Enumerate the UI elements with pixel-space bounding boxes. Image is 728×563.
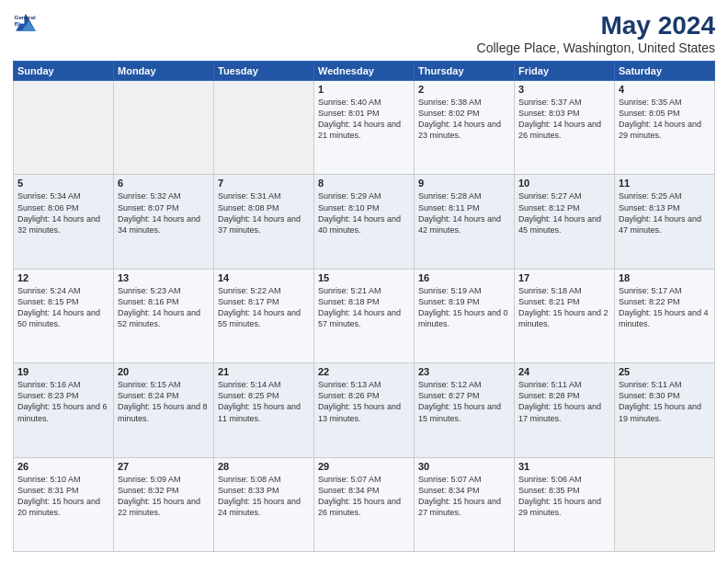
calendar-table: Sunday Monday Tuesday Wednesday Thursday… (13, 61, 715, 552)
day-number: 31 (518, 461, 610, 472)
table-row: 13Sunrise: 5:23 AM Sunset: 8:16 PM Dayli… (114, 269, 214, 362)
day-number: 22 (318, 366, 410, 377)
table-row: 15Sunrise: 5:21 AM Sunset: 8:18 PM Dayli… (314, 269, 415, 362)
page: General Blue May 2024 College Place, Was… (0, 0, 728, 563)
cell-daylight-text: Sunrise: 5:37 AM Sunset: 8:03 PM Dayligh… (518, 97, 610, 142)
table-row (214, 81, 314, 175)
svg-text:General: General (15, 14, 36, 20)
table-row: 3Sunrise: 5:37 AM Sunset: 8:03 PM Daylig… (515, 81, 615, 175)
cell-daylight-text: Sunrise: 5:27 AM Sunset: 8:12 PM Dayligh… (518, 190, 610, 236)
table-row (14, 81, 114, 175)
calendar-week-row: 1Sunrise: 5:40 AM Sunset: 8:01 PM Daylig… (14, 81, 715, 175)
table-row: 23Sunrise: 5:12 AM Sunset: 8:27 PM Dayli… (415, 363, 515, 457)
table-row: 12Sunrise: 5:24 AM Sunset: 8:15 PM Dayli… (14, 269, 114, 362)
table-row: 19Sunrise: 5:16 AM Sunset: 8:23 PM Dayli… (14, 363, 114, 457)
cell-daylight-text: Sunrise: 5:09 AM Sunset: 8:32 PM Dayligh… (118, 474, 210, 519)
day-number: 9 (418, 178, 510, 189)
cell-daylight-text: Sunrise: 5:06 AM Sunset: 8:35 PM Dayligh… (518, 474, 610, 519)
day-number: 13 (118, 272, 210, 283)
table-row: 8Sunrise: 5:29 AM Sunset: 8:10 PM Daylig… (314, 175, 415, 269)
day-number: 24 (518, 366, 610, 377)
subtitle: College Place, Washington, United States (477, 40, 715, 55)
table-row: 2Sunrise: 5:38 AM Sunset: 8:02 PM Daylig… (415, 81, 515, 175)
day-number: 5 (17, 178, 109, 189)
cell-daylight-text: Sunrise: 5:08 AM Sunset: 8:33 PM Dayligh… (218, 474, 310, 519)
cell-daylight-text: Sunrise: 5:16 AM Sunset: 8:23 PM Dayligh… (17, 379, 109, 424)
cell-daylight-text: Sunrise: 5:21 AM Sunset: 8:18 PM Dayligh… (318, 285, 410, 330)
cell-daylight-text: Sunrise: 5:14 AM Sunset: 8:25 PM Dayligh… (218, 379, 310, 424)
day-number: 19 (17, 366, 109, 377)
calendar-week-row: 5Sunrise: 5:34 AM Sunset: 8:06 PM Daylig… (14, 175, 715, 269)
day-number: 14 (218, 272, 310, 283)
table-row: 11Sunrise: 5:25 AM Sunset: 8:13 PM Dayli… (615, 175, 715, 269)
table-row: 1Sunrise: 5:40 AM Sunset: 8:01 PM Daylig… (314, 81, 415, 175)
cell-daylight-text: Sunrise: 5:28 AM Sunset: 8:11 PM Dayligh… (418, 190, 510, 236)
cell-daylight-text: Sunrise: 5:35 AM Sunset: 8:05 PM Dayligh… (619, 97, 711, 142)
col-tuesday: Tuesday (214, 62, 314, 81)
table-row: 18Sunrise: 5:17 AM Sunset: 8:22 PM Dayli… (615, 269, 715, 362)
day-number: 30 (418, 461, 510, 472)
table-row: 17Sunrise: 5:18 AM Sunset: 8:21 PM Dayli… (515, 269, 615, 362)
title-block: May 2024 College Place, Washington, Unit… (477, 11, 715, 55)
cell-daylight-text: Sunrise: 5:31 AM Sunset: 8:08 PM Dayligh… (218, 190, 310, 236)
table-row (114, 81, 214, 175)
cell-daylight-text: Sunrise: 5:22 AM Sunset: 8:17 PM Dayligh… (218, 285, 310, 330)
table-row: 22Sunrise: 5:13 AM Sunset: 8:26 PM Dayli… (314, 363, 415, 457)
table-row: 21Sunrise: 5:14 AM Sunset: 8:25 PM Dayli… (214, 363, 314, 457)
table-row: 24Sunrise: 5:11 AM Sunset: 8:28 PM Dayli… (515, 363, 615, 457)
cell-daylight-text: Sunrise: 5:07 AM Sunset: 8:34 PM Dayligh… (318, 474, 410, 519)
day-number: 6 (118, 178, 210, 189)
col-monday: Monday (114, 62, 214, 81)
day-number: 1 (318, 84, 410, 95)
day-number: 21 (218, 366, 310, 377)
day-number: 10 (518, 178, 610, 189)
col-wednesday: Wednesday (314, 62, 415, 81)
col-saturday: Saturday (615, 62, 715, 81)
cell-daylight-text: Sunrise: 5:11 AM Sunset: 8:30 PM Dayligh… (619, 379, 711, 424)
table-row: 5Sunrise: 5:34 AM Sunset: 8:06 PM Daylig… (14, 175, 114, 269)
table-row: 10Sunrise: 5:27 AM Sunset: 8:12 PM Dayli… (515, 175, 615, 269)
day-number: 7 (218, 178, 310, 189)
table-row: 4Sunrise: 5:35 AM Sunset: 8:05 PM Daylig… (615, 81, 715, 175)
cell-daylight-text: Sunrise: 5:24 AM Sunset: 8:15 PM Dayligh… (17, 285, 109, 330)
calendar-week-row: 19Sunrise: 5:16 AM Sunset: 8:23 PM Dayli… (14, 363, 715, 457)
cell-daylight-text: Sunrise: 5:10 AM Sunset: 8:31 PM Dayligh… (17, 474, 109, 519)
logo-icon: General Blue (13, 11, 39, 37)
col-friday: Friday (515, 62, 615, 81)
table-row: 29Sunrise: 5:07 AM Sunset: 8:34 PM Dayli… (314, 457, 415, 551)
calendar-week-row: 12Sunrise: 5:24 AM Sunset: 8:15 PM Dayli… (14, 269, 715, 362)
cell-daylight-text: Sunrise: 5:12 AM Sunset: 8:27 PM Dayligh… (418, 379, 510, 424)
calendar-week-row: 26Sunrise: 5:10 AM Sunset: 8:31 PM Dayli… (14, 457, 715, 551)
day-number: 8 (318, 178, 410, 189)
calendar-header-row: Sunday Monday Tuesday Wednesday Thursday… (14, 62, 715, 81)
day-number: 18 (619, 272, 711, 283)
table-row (615, 457, 715, 551)
cell-daylight-text: Sunrise: 5:23 AM Sunset: 8:16 PM Dayligh… (118, 285, 210, 330)
cell-daylight-text: Sunrise: 5:17 AM Sunset: 8:22 PM Dayligh… (619, 285, 711, 330)
table-row: 6Sunrise: 5:32 AM Sunset: 8:07 PM Daylig… (114, 175, 214, 269)
day-number: 23 (418, 366, 510, 377)
cell-daylight-text: Sunrise: 5:18 AM Sunset: 8:21 PM Dayligh… (518, 285, 610, 330)
day-number: 2 (418, 84, 510, 95)
table-row: 30Sunrise: 5:07 AM Sunset: 8:34 PM Dayli… (415, 457, 515, 551)
day-number: 3 (518, 84, 610, 95)
col-thursday: Thursday (415, 62, 515, 81)
cell-daylight-text: Sunrise: 5:40 AM Sunset: 8:01 PM Dayligh… (318, 97, 410, 142)
cell-daylight-text: Sunrise: 5:07 AM Sunset: 8:34 PM Dayligh… (418, 474, 510, 519)
cell-daylight-text: Sunrise: 5:19 AM Sunset: 8:19 PM Dayligh… (418, 285, 510, 330)
day-number: 17 (518, 272, 610, 283)
day-number: 26 (17, 461, 109, 472)
cell-daylight-text: Sunrise: 5:38 AM Sunset: 8:02 PM Dayligh… (418, 97, 510, 142)
main-title: May 2024 (477, 11, 715, 40)
table-row: 14Sunrise: 5:22 AM Sunset: 8:17 PM Dayli… (214, 269, 314, 362)
cell-daylight-text: Sunrise: 5:32 AM Sunset: 8:07 PM Dayligh… (118, 190, 210, 236)
day-number: 12 (17, 272, 109, 283)
svg-text:Blue: Blue (15, 20, 28, 27)
table-row: 9Sunrise: 5:28 AM Sunset: 8:11 PM Daylig… (415, 175, 515, 269)
table-row: 26Sunrise: 5:10 AM Sunset: 8:31 PM Dayli… (14, 457, 114, 551)
logo: General Blue (13, 11, 39, 37)
table-row: 25Sunrise: 5:11 AM Sunset: 8:30 PM Dayli… (615, 363, 715, 457)
day-number: 20 (118, 366, 210, 377)
day-number: 16 (418, 272, 510, 283)
table-row: 16Sunrise: 5:19 AM Sunset: 8:19 PM Dayli… (415, 269, 515, 362)
